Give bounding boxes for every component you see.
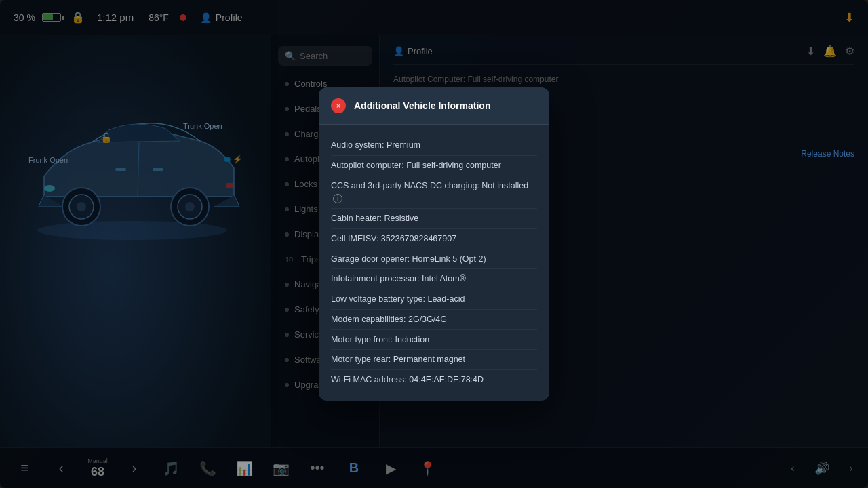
- info-key-motor-rear: Motor type rear:: [331, 354, 393, 364]
- info-row-lvbattery: Low voltage battery type: Lead-acid: [331, 289, 537, 310]
- info-row-ccs: CCS and 3rd-party NACS DC charging: Not …: [331, 176, 537, 209]
- info-val-motor-rear: Permanent magnet: [393, 354, 465, 364]
- info-key-lvbattery: Low voltage battery type:: [331, 294, 427, 304]
- info-val-autopilot: Full self-driving computer: [406, 161, 501, 170]
- info-row-infotainment: Infotainment processor: Intel Atom®: [331, 269, 537, 289]
- info-val-audio: Premium: [387, 140, 420, 150]
- info-val-lvbattery: Lead-acid: [427, 294, 465, 304]
- info-icon-ccs[interactable]: i: [333, 194, 342, 203]
- info-row-imeisv: Cell IMEISV: 3523670828467907: [331, 229, 537, 249]
- info-key-cabin: Cabin heater:: [331, 214, 384, 223]
- info-val-motor-front: Induction: [395, 335, 429, 344]
- dialog-overlay: × Additional Vehicle Information Audio s…: [0, 0, 868, 488]
- info-key-ccs: CCS and 3rd-party NACS DC charging:: [331, 181, 481, 190]
- dialog-close-button[interactable]: ×: [331, 98, 346, 113]
- info-key-infotainment: Infotainment processor:: [331, 274, 422, 283]
- info-row-audio: Audio system: Premium: [331, 136, 537, 156]
- dialog-header: × Additional Vehicle Information: [319, 87, 549, 125]
- info-val-modem: 2G/3G/4G: [408, 314, 447, 324]
- info-key-autopilot: Autopilot computer:: [331, 161, 406, 170]
- info-key-modem: Modem capabilities:: [331, 314, 408, 324]
- info-val-imeisv: 3523670828467907: [381, 234, 456, 243]
- info-val-ccs: Not installed: [481, 181, 528, 190]
- info-key-imeisv: Cell IMEISV:: [331, 234, 381, 243]
- info-row-modem: Modem capabilities: 2G/3G/4G: [331, 310, 537, 330]
- info-key-audio: Audio system:: [331, 140, 387, 150]
- screen: ⚡ Frunk Open Trunk Open 🔓 30 % 🔒 1:12: [0, 0, 868, 488]
- info-val-garage: HomeLink 5 (Opt 2): [412, 254, 486, 264]
- info-val-wifi: 04:4E:AF:DE:78:4D: [409, 375, 484, 384]
- info-row-cabin: Cabin heater: Resistive: [331, 209, 537, 229]
- info-row-autopilot: Autopilot computer: Full self-driving co…: [331, 156, 537, 176]
- info-val-cabin: Resistive: [384, 214, 419, 223]
- info-row-motor-rear: Motor type rear: Permanent magnet: [331, 350, 537, 370]
- info-key-garage: Garage door opener:: [331, 254, 412, 264]
- info-key-motor-front: Motor type front:: [331, 335, 395, 344]
- info-row-motor-front: Motor type front: Induction: [331, 330, 537, 350]
- dialog-body: Audio system: Premium Autopilot computer…: [319, 125, 549, 401]
- vehicle-info-dialog: × Additional Vehicle Information Audio s…: [319, 87, 549, 401]
- info-val-infotainment: Intel Atom®: [422, 274, 466, 283]
- info-row-wifi: Wi-Fi MAC address: 04:4E:AF:DE:78:4D: [331, 370, 537, 390]
- info-key-wifi: Wi-Fi MAC address:: [331, 375, 409, 384]
- info-row-garage: Garage door opener: HomeLink 5 (Opt 2): [331, 249, 537, 270]
- dialog-title: Additional Vehicle Information: [354, 100, 490, 111]
